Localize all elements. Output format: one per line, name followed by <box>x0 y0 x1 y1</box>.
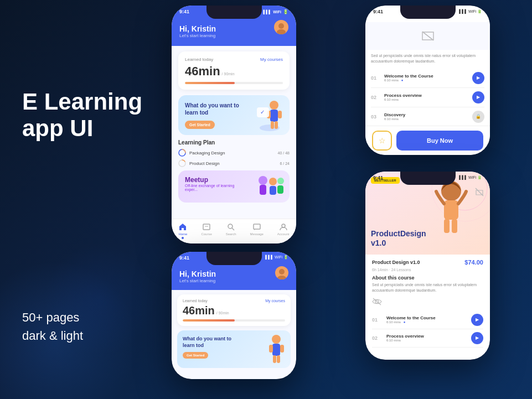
p1-plan-progress-1: 40 / 48 <box>278 151 290 155</box>
search-icon <box>226 222 235 231</box>
p3-lesson-1: 01 Welcome to the Course 6:10 mins ● ▶ <box>372 311 483 329</box>
phone-2-inner: 9:41 ▌▌▌ WiFi 🔋 Sed ut perspiciatis unde… <box>365 6 490 155</box>
p2-footer: ☆ Buy Now <box>365 126 490 155</box>
p2-lesson-meta-2: 6:10 mins <box>384 98 468 101</box>
p2-star-button[interactable]: ☆ <box>372 131 392 151</box>
svg-rect-8 <box>275 121 278 129</box>
p4-status-icons: ▌▌▌ WiFi 🔋 <box>265 255 288 261</box>
p4-time-value: 46min <box>183 304 215 317</box>
p4-promo-card: What do you want to learn tod Get Starte… <box>177 330 291 368</box>
left-text-area: E Learning app UI 50+ pages dark & light <box>22 89 142 345</box>
p4-stats-card: Learned today My courses 46min / 90min <box>177 294 291 326</box>
p1-plan-item-2: Product Design 6 / 24 <box>178 159 290 167</box>
phone-2: 9:41 ▌▌▌ WiFi 🔋 Sed ut perspiciatis unde… <box>365 6 490 155</box>
p1-card-illustration: ✓ <box>255 97 285 133</box>
p1-nav-message[interactable]: Message <box>250 222 264 239</box>
svg-point-1 <box>277 29 286 34</box>
svg-point-21 <box>228 224 233 229</box>
p3-hero-title: ProductDesign v1.0 <box>371 229 437 248</box>
p3-lesson-info-1: Welcome to the Course 6:10 mins ● <box>386 315 467 324</box>
svg-rect-18 <box>277 185 283 194</box>
p1-time: 9:41 <box>179 9 189 14</box>
subtitle: 50+ pages dark & light <box>22 308 142 345</box>
svg-point-36 <box>279 269 285 274</box>
p1-progress-fill <box>185 82 235 84</box>
p3-price-row: Product Design v1.0 $74.00 <box>372 259 483 266</box>
p2-time: 9:41 <box>373 9 383 14</box>
p1-nav-home[interactable]: Home <box>178 222 187 239</box>
svg-point-13 <box>259 176 267 185</box>
p4-progress-bar <box>183 319 285 322</box>
p1-plan-name-1: Packaging Design <box>189 151 275 156</box>
p1-nav-account-label: Account <box>277 232 290 236</box>
p1-plan-item-1: Packaging Design 40 / 48 <box>178 149 290 157</box>
p2-buy-button[interactable]: Buy Now <box>396 131 483 151</box>
p4-avatar <box>275 266 288 279</box>
p2-lesson-num-1: 01 <box>371 75 380 81</box>
p1-promo-card: What do you want to learn tod Get Starte… <box>178 95 290 135</box>
svg-rect-31 <box>444 219 450 233</box>
camera-off-icon <box>422 31 434 41</box>
svg-point-15 <box>269 178 277 185</box>
p2-lesson-play-2[interactable]: ▶ <box>472 91 484 103</box>
p4-card-illustration <box>257 331 287 367</box>
message-icon <box>252 222 261 231</box>
p3-price: $74.00 <box>464 259 483 266</box>
p2-lesson-info-1: Welcome to the Course 6:10 mins ● <box>384 74 468 82</box>
svg-rect-40 <box>269 345 273 353</box>
p1-nav-account[interactable]: Account <box>277 222 290 239</box>
svg-rect-30 <box>444 200 458 220</box>
p1-avatar <box>274 20 288 34</box>
p3-lesson-play-2[interactable]: ▶ <box>471 332 483 344</box>
svg-line-25 <box>422 32 433 40</box>
p1-my-courses-link[interactable]: My courses <box>260 57 283 62</box>
svg-point-38 <box>272 335 281 344</box>
phone-1: 9:41 ▌▌▌ WiFi 🔋 Hi, Kristin Let's start … <box>172 6 296 243</box>
p4-my-courses-link[interactable]: My courses <box>265 299 285 303</box>
p2-lesson-play-1[interactable]: ▶ <box>472 72 484 84</box>
phone-notch-4 <box>206 252 262 265</box>
p4-progress-fill <box>183 319 235 322</box>
p1-meetup-card: Meetup Off-line exchange of learning exp… <box>178 170 290 203</box>
p1-time-sub: / 90min <box>222 72 235 76</box>
p2-description: Sed ut perspiciatis unde omnis iste natu… <box>371 53 484 64</box>
p2-lesson-num-3: 03 <box>371 114 380 120</box>
p3-lesson-2: 02 Process overview 6:10 mins ▶ <box>372 329 483 348</box>
p3-lesson-meta-1: 6:10 mins ● <box>386 320 467 324</box>
svg-rect-23 <box>254 224 260 229</box>
p1-nav-message-label: Message <box>250 232 264 236</box>
p3-lesson-play-1[interactable]: ▶ <box>471 314 483 326</box>
p2-lesson-1: 01 Welcome to the Course 6:10 mins ● ▶ <box>371 69 484 88</box>
p2-lesson-title-1: Welcome to the Course <box>384 74 468 79</box>
p3-status-icons: ▌▌▌ WiFi 🔋 <box>459 175 482 180</box>
p4-card-title: What do you want to learn tod <box>183 336 233 349</box>
p1-meetup-sub: Off-line exchange of learning exper... <box>185 184 240 191</box>
svg-point-0 <box>278 23 284 29</box>
p2-lesson-info-2: Process overview 6:10 mins <box>384 93 468 101</box>
home-icon <box>178 222 187 231</box>
p1-nav-search-label: Search <box>226 232 236 236</box>
p1-nav-search[interactable]: Search <box>226 222 236 239</box>
p2-lesson-title-3: Discovery <box>384 112 468 117</box>
svg-point-3 <box>270 101 278 110</box>
p1-meetup-illustration <box>252 173 285 201</box>
p1-get-started-btn[interactable]: Get Started <box>185 121 215 129</box>
p1-plan-icon-2 <box>178 159 186 167</box>
p2-lesson-meta-1: 6:10 mins ● <box>384 79 468 82</box>
phone-notch-1 <box>206 6 262 19</box>
p3-eye-off <box>372 298 483 308</box>
p3-lesson-title-2: Process overview <box>386 334 467 339</box>
p2-lesson-3: 03 Discovery 6:10 mins 🔒 <box>371 107 484 127</box>
p3-course-info: Product Design v1.0 $74.00 6h 14min · 24… <box>365 255 490 352</box>
svg-rect-32 <box>452 219 457 233</box>
p4-get-started-btn[interactable]: Get Started <box>183 352 208 359</box>
p3-course-title: Product Design v1.0 <box>372 260 420 265</box>
main-title: E Learning app UI <box>22 89 142 142</box>
p1-plan-icon-1 <box>178 149 186 157</box>
p1-sub-greeting: Let's start learning <box>179 33 288 38</box>
svg-rect-6 <box>278 111 282 118</box>
svg-rect-4 <box>270 110 278 122</box>
p1-nav: Home Course Search Message Account <box>172 219 296 243</box>
p3-lesson-num-2: 02 <box>372 335 382 341</box>
p1-nav-course[interactable]: Course <box>201 222 211 239</box>
